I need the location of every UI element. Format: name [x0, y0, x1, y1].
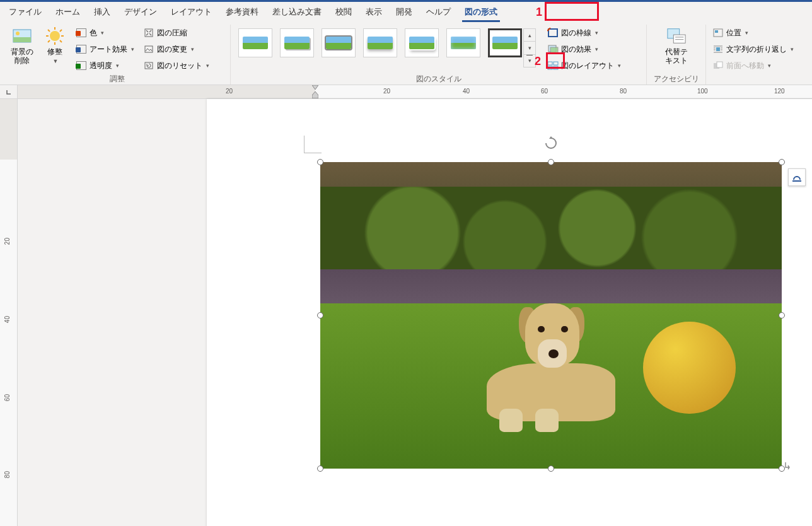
tab-stop-icon: [6, 89, 12, 95]
corrections-icon: [45, 26, 65, 46]
gallery-scroll-up-button[interactable]: ▴: [524, 29, 535, 42]
remove-background-label: 背景の 削除: [11, 47, 33, 65]
wrap-text-button[interactable]: 文字列の折り返し ▾: [710, 42, 796, 56]
resize-handle-sw[interactable]: [317, 465, 323, 472]
layout-options-icon: [791, 172, 803, 182]
chevron-down-icon: ▾: [791, 46, 794, 52]
picture-layout-label: 図のレイアウト: [561, 61, 614, 71]
gallery-spinner: ▴ ▾ ▾: [523, 28, 536, 67]
svg-point-3: [50, 31, 60, 41]
selected-picture[interactable]: [320, 162, 782, 469]
svg-point-2: [16, 32, 20, 35]
chevron-down-icon: ▾: [745, 30, 748, 36]
gallery-scroll-down-button[interactable]: ▾: [524, 42, 535, 54]
corrections-button[interactable]: 修整▼: [40, 25, 69, 66]
rotate-handle[interactable]: [543, 136, 559, 151]
compress-label: 図の圧縮: [157, 28, 187, 38]
color-icon: [76, 27, 87, 38]
group-label-adjust: 調整: [8, 73, 226, 85]
svg-rect-20: [548, 66, 552, 69]
svg-rect-27: [715, 30, 718, 33]
resize-handle-e[interactable]: [779, 312, 785, 319]
picture-effects-button[interactable]: 図の効果 ▾: [545, 42, 624, 56]
picture-style-1[interactable]: [238, 28, 272, 57]
chevron-down-icon: ▾: [595, 46, 598, 52]
tab-layout[interactable]: レイアウト: [165, 3, 218, 21]
position-button[interactable]: 位置 ▾: [710, 26, 796, 40]
chevron-down-icon: ▾: [618, 62, 621, 69]
ruler-corner: [0, 85, 18, 99]
reset-picture-button[interactable]: 図のリセット ▾: [141, 59, 212, 73]
compress-picture-button[interactable]: 図の圧縮: [141, 26, 212, 40]
svg-rect-13: [145, 46, 153, 52]
picture-style-4[interactable]: [363, 28, 397, 57]
hanging-indent-marker[interactable]: [312, 85, 318, 99]
picture-border-label: 図の枠線: [561, 28, 591, 38]
resize-handle-w[interactable]: [317, 312, 323, 319]
svg-rect-1: [13, 37, 31, 42]
document-page[interactable]: [207, 99, 812, 526]
color-button[interactable]: 色 ▾: [73, 26, 137, 40]
tab-home[interactable]: ホーム: [49, 3, 86, 21]
tab-design[interactable]: デザイン: [118, 3, 163, 21]
resize-handle-n[interactable]: [548, 159, 554, 165]
reset-picture-label: 図のリセット: [157, 61, 202, 71]
ribbon: 背景の 削除 修整▼ 色 ▾ アート効果 ▾: [0, 22, 812, 85]
picture-border-button[interactable]: 図の枠線 ▾: [545, 26, 624, 40]
tab-insert[interactable]: 挿入: [88, 3, 117, 21]
document-scroll-area[interactable]: [18, 99, 812, 526]
picture-layout-icon: [547, 60, 559, 71]
group-label-accessibility: アクセシビリティ: [651, 73, 702, 85]
svg-rect-23: [673, 35, 685, 43]
tab-help[interactable]: ヘルプ: [420, 3, 457, 21]
transparency-button[interactable]: 透明度 ▾: [73, 59, 137, 73]
text-cursor-area[interactable]: [304, 136, 322, 153]
picture-style-7-selected[interactable]: [488, 28, 522, 57]
svg-rect-15: [548, 29, 557, 37]
change-picture-label: 図の変更: [157, 44, 187, 55]
picture-layout-button[interactable]: 図のレイアウト ▾: [545, 59, 624, 73]
picture-border-icon: [547, 27, 559, 38]
position-label: 位置: [726, 28, 741, 38]
svg-rect-36: [717, 62, 722, 67]
horizontal-ruler[interactable]: 20 20 40 60 80 100 120: [18, 85, 812, 99]
annotation-number-1: 1: [536, 6, 542, 19]
remove-background-button[interactable]: 背景の 削除: [8, 25, 37, 65]
vertical-ruler[interactable]: 20 40 60 80: [0, 99, 18, 526]
svg-line-9: [60, 40, 62, 42]
bring-forward-button[interactable]: 前面へ移動 ▾: [710, 59, 796, 73]
svg-rect-18: [548, 62, 552, 65]
alt-text-button[interactable]: 代替テ キスト: [658, 25, 695, 65]
picture-effects-icon: [547, 44, 559, 55]
chevron-down-icon: ▾: [191, 46, 194, 52]
tab-mailings[interactable]: 差し込み文書: [266, 3, 328, 21]
chevron-down-icon: ▾: [101, 30, 104, 36]
chevron-down-icon: ▾: [116, 62, 119, 69]
picture-style-2[interactable]: [280, 28, 314, 57]
svg-line-11: [48, 40, 50, 42]
chevron-down-icon: ▾: [768, 62, 771, 69]
tab-picture-format[interactable]: 図の形式: [458, 3, 504, 21]
gallery-more-button[interactable]: ▾: [524, 55, 535, 67]
picture-content: [320, 162, 782, 469]
group-picture-styles: ▴ ▾ ▾ 図の枠線 ▾ 図の効果 ▾ 図のレイアウト: [231, 25, 647, 85]
artistic-effects-button[interactable]: アート効果 ▾: [73, 42, 137, 56]
tab-references[interactable]: 参考資料: [219, 3, 265, 21]
chevron-down-icon: ▾: [206, 62, 209, 69]
picture-style-3[interactable]: [322, 28, 356, 57]
picture-style-6[interactable]: [446, 28, 480, 57]
tab-developer[interactable]: 開発: [390, 3, 419, 21]
tab-file[interactable]: ファイル: [3, 3, 48, 21]
picture-style-5[interactable]: [405, 28, 439, 57]
svg-rect-19: [554, 62, 558, 65]
tab-view[interactable]: 表示: [359, 3, 388, 21]
alt-text-label: 代替テ キスト: [665, 47, 688, 65]
transparency-icon: [76, 60, 87, 71]
layout-options-button[interactable]: [788, 168, 806, 186]
tab-review[interactable]: 校閲: [329, 3, 358, 21]
resize-handle-s[interactable]: [548, 465, 554, 472]
resize-handle-nw[interactable]: [317, 159, 323, 165]
change-picture-button[interactable]: 図の変更 ▾: [141, 42, 212, 56]
resize-handle-ne[interactable]: [779, 159, 785, 165]
picture-styles-gallery: [235, 25, 523, 61]
